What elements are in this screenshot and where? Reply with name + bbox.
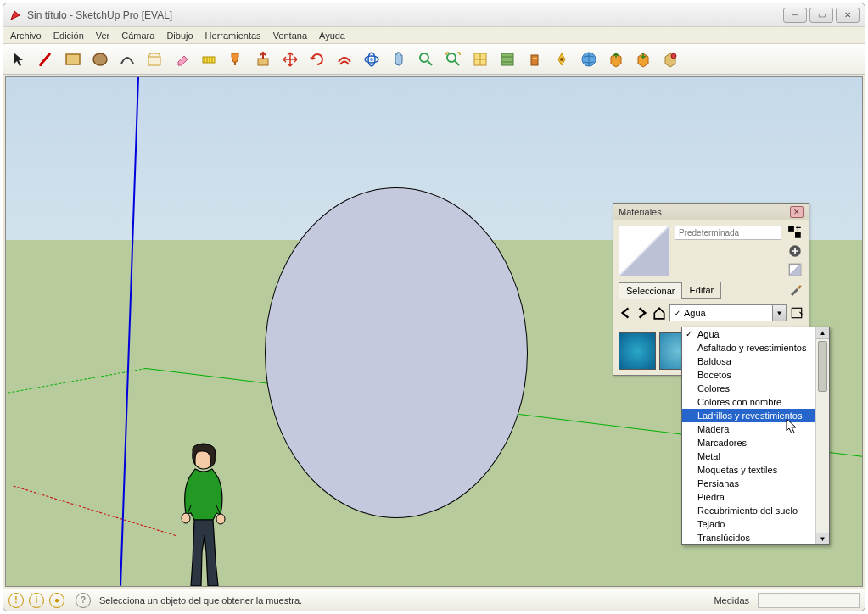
menu-archivo[interactable]: Archivo [10,31,42,41]
window-title: Sin título - SketchUp Pro [EVAL] [27,9,781,21]
move-tool[interactable] [278,47,302,71]
material-preview[interactable] [619,226,669,276]
dropdown-item[interactable]: Colores con nombre [682,395,829,409]
svg-point-8 [447,53,456,62]
svg-point-14 [560,58,563,61]
addbuilding-tool[interactable] [523,47,546,71]
measures-field[interactable] [758,593,860,608]
line-tool[interactable] [34,47,58,71]
circle-tool[interactable] [88,47,112,71]
nav-home-button[interactable] [652,306,666,320]
menu-ayuda[interactable]: Ayuda [319,31,345,41]
panel-tabs: Seleccionar Editar [613,282,809,299]
dropdown-item[interactable]: Persianas [682,477,829,490]
dropdown-item[interactable]: Translúcidos [682,531,829,544]
menu-ventana[interactable]: Ventana [273,31,307,41]
status-icon-2[interactable]: i [29,593,44,608]
status-icon-3[interactable]: ● [49,593,64,608]
sketchup-icon [8,8,22,22]
dropdown-item[interactable]: Metal [682,449,829,463]
create-material-icon[interactable] [787,244,803,258]
rotate-tool[interactable] [305,47,329,71]
scroll-up[interactable]: ▲ [816,327,829,339]
toggle-secondary-icon[interactable] [787,226,803,239]
tab-edit[interactable]: Editar [681,282,721,299]
pushpull-tool[interactable] [251,47,275,71]
paint-tool[interactable] [224,47,248,71]
help-icon[interactable]: ? [76,593,91,608]
chevron-down-icon[interactable]: ▼ [772,305,786,321]
material-name-field[interactable]: Predeterminada [675,226,781,240]
dropdown-item[interactable]: Baldosa [682,354,829,368]
nav-back-button[interactable] [619,306,632,320]
pan-tool[interactable] [387,47,411,71]
3d-viewport[interactable]: Materiales ✕ Predeterminada Seleccionar … [5,76,863,587]
default-material-icon[interactable] [787,263,803,276]
eyedropper-icon[interactable] [788,282,804,297]
minimize-button[interactable]: ─ [783,8,807,23]
svg-point-7 [420,53,428,62]
maximize-button[interactable]: ▭ [809,8,833,23]
status-hint: Selecciona un objeto del que obtener la … [99,595,708,606]
dropdown-value: Agua [684,308,706,318]
details-button[interactable] [790,306,804,320]
svg-rect-12 [533,58,535,59]
rectangle-tool[interactable] [61,47,85,71]
dropdown-item[interactable]: Tejado [682,517,829,531]
svg-rect-13 [535,58,537,59]
photomatch-tool[interactable] [550,47,574,71]
panel-titlebar[interactable]: Materiales ✕ [613,204,809,220]
offset-tool[interactable] [333,47,356,71]
menu-dibujo[interactable]: Dibujo [166,31,193,41]
menu-ver[interactable]: Ver [96,31,110,41]
extensions-tool[interactable] [658,47,682,71]
scroll-down[interactable]: ▼ [816,533,829,544]
addlocation-tool[interactable] [468,47,492,71]
measures-label: Medidas [714,595,749,606]
scrollbar[interactable]: ▲ ▼ [815,327,829,544]
menu-camara[interactable]: Cámara [121,31,154,41]
dropdown-item[interactable]: Agua [682,327,829,341]
menu-edicion[interactable]: Edición [53,31,84,41]
nav-forward-button[interactable] [636,306,649,320]
dropdown-item[interactable]: Ladrillos y revestimientos [682,409,829,422]
category-dropdown-list: AguaAsfaltado y revestimientosBaldosaBoc… [681,327,830,545]
svg-point-18 [182,513,190,523]
orbit-tool[interactable] [360,47,384,71]
panel-close-button[interactable]: ✕ [790,206,804,218]
tape-tool[interactable] [197,47,221,71]
preview3d-tool[interactable] [577,47,601,71]
dropdown-item[interactable]: Moquetas y textiles [682,463,829,477]
category-dropdown[interactable]: ✓ Agua ▼ [669,304,787,321]
tab-select[interactable]: Seleccionar [619,282,682,299]
toggleterrain-tool[interactable] [496,47,519,71]
circle-face[interactable] [265,187,528,518]
dropdown-item[interactable]: Asfaltado y revestimientos [682,341,829,354]
eraser-tool[interactable] [170,47,193,71]
zoom-tool[interactable] [414,47,438,71]
svg-point-6 [370,58,373,61]
select-tool[interactable] [7,47,31,71]
panel-title-text: Materiales [619,207,662,217]
make-component-tool[interactable] [143,47,166,71]
getmodels-tool[interactable] [604,47,628,71]
dropdown-item[interactable]: Colores [682,382,829,395]
svg-rect-21 [795,232,801,238]
scroll-thumb[interactable] [818,341,827,392]
zoom-extents-tool[interactable] [441,47,465,71]
dropdown-item[interactable]: Madera [682,422,829,436]
svg-point-16 [671,53,676,59]
share-tool[interactable] [631,47,655,71]
dropdown-item[interactable]: Recubrimiento del suelo [682,504,829,517]
close-button[interactable]: ✕ [836,8,860,23]
status-icon-1[interactable]: ! [8,593,24,608]
svg-rect-10 [501,53,513,65]
svg-rect-3 [258,59,268,65]
arc-tool[interactable] [115,47,139,71]
dropdown-item[interactable]: Marcadores [682,436,829,449]
material-swatch[interactable] [619,332,656,370]
menu-herramientas[interactable]: Herramientas [205,31,261,41]
dropdown-item[interactable]: Piedra [682,490,829,504]
scale-figure[interactable] [174,442,235,587]
dropdown-item[interactable]: Bocetos [682,368,829,382]
